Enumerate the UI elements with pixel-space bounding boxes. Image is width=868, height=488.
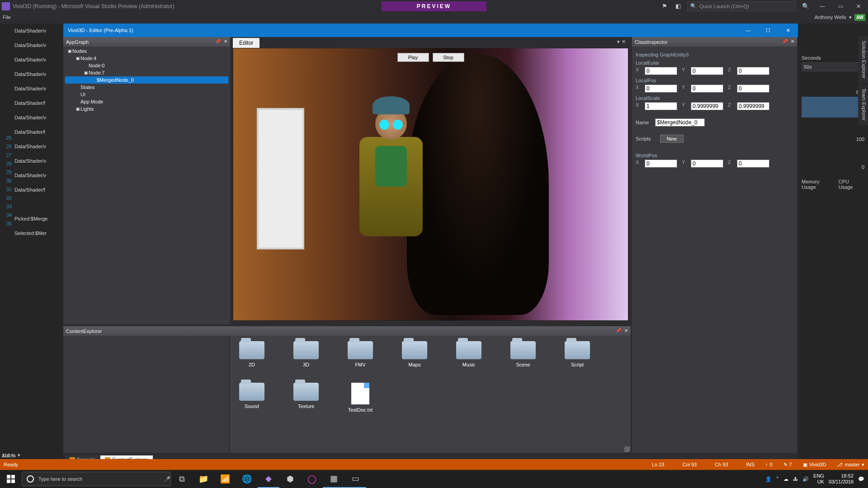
tree-node[interactable]: ▣Lights [65,105,228,113]
vs-close-button[interactable]: ✕ [852,3,865,9]
world-z-input[interactable] [737,160,769,168]
vivid-maximize-button[interactable]: ☐ [758,23,778,37]
scale-x-input[interactable] [645,102,677,110]
content-item[interactable]: Maps [398,341,431,367]
eular-x-input[interactable] [645,67,677,75]
stop-button[interactable]: Stop [433,53,464,62]
task-view-icon[interactable]: ⧉ [171,470,193,488]
tree-node[interactable]: UI [65,91,228,98]
taskbar-search-input[interactable]: Type here to search 🎤 [22,472,171,486]
volume-icon[interactable]: 🔊 [802,476,809,482]
appgraph-title-text: AppGraph [66,39,89,45]
clock[interactable]: 18:5203/11/2018 [829,473,854,485]
tree-node[interactable]: $MergedNode_0 [65,76,228,84]
content-item[interactable]: TestDoc.txt [344,383,377,413]
tree-node[interactable]: Node:0 [65,62,228,69]
tree-toggle-icon[interactable]: ▣ [75,105,80,113]
contentexplorer-close-icon[interactable]: ✕ [623,328,629,334]
inspector-pin-icon[interactable]: 📌 [782,39,788,45]
tree-toggle-icon[interactable]: ▣ [67,47,72,55]
language-indicator[interactable]: ENGUK [813,473,824,485]
eular-z-input[interactable] [737,67,769,75]
world-x-input[interactable] [645,160,677,168]
vs-maximize-button[interactable]: ▭ [834,3,847,9]
app-icon-2[interactable]: ▦ [323,470,344,488]
content-item[interactable]: 2D [236,341,268,367]
user-avatar-badge[interactable]: AW [854,14,865,21]
contentexplorer-grid[interactable]: 2D3DFMVMapsMusicSceneScriptSoundTextureT… [230,336,631,453]
side-tab[interactable]: Team Explorer [858,84,868,125]
scale-z-input[interactable] [737,102,769,110]
inspector-name-input[interactable] [655,118,705,127]
status-project[interactable]: ▣ Vivid3D [803,462,826,468]
scale-y-input[interactable] [691,102,723,110]
appgraph-pin-icon[interactable]: 📌 [215,39,221,45]
tray-chevron-icon[interactable]: ˄ [776,476,779,482]
content-item[interactable]: Texture [290,383,322,413]
app-icon-1[interactable]: ◯ [301,470,323,488]
menu-file[interactable]: File [3,14,11,20]
contentexplorer-title[interactable]: ContentExplorer 📌 ✕ [63,326,631,336]
contentexplorer-tree[interactable] [63,336,230,453]
diag-memory-tab[interactable]: Memory Usage [802,179,835,190]
vivid-close-button[interactable]: ✕ [778,23,798,37]
pos-y-input[interactable] [691,84,723,93]
notifications-tray-icon[interactable]: 💬 [858,476,864,482]
autos-panel-title[interactable]: Autos [2,453,61,458]
content-item[interactable]: FMV [344,341,377,367]
side-tab[interactable]: Solution Explorer [858,36,868,83]
vivid-minimize-button[interactable]: — [738,23,758,37]
network-icon[interactable]: 🖧 [793,476,798,482]
editor-tab[interactable]: Editor [233,38,259,48]
inspector-close-icon[interactable]: ✕ [789,39,796,45]
classinspector-title[interactable]: ClassInspector 📌 ✕ [632,37,797,47]
resize-grip-icon[interactable] [624,446,630,452]
tree-toggle-icon[interactable]: ▣ [75,55,80,62]
tree-node[interactable]: ▣Nodes [65,47,228,55]
status-changes[interactable]: ✎ 7 [783,462,792,468]
content-item[interactable]: Sound [236,383,268,413]
rss-icon[interactable]: 📶 [214,470,236,488]
appgraph-title[interactable]: AppGraph 📌 ✕ [63,37,230,47]
notifications-icon[interactable]: ⚑ [660,1,669,11]
appgraph-close-icon[interactable]: ✕ [222,39,229,45]
feedback-icon[interactable]: ◧ [674,1,683,11]
diag-cpu-tab[interactable]: CPU Usage [839,179,864,190]
chrome-icon[interactable]: 🌐 [236,470,258,488]
vs-user-name[interactable]: Anthony Wells [815,14,846,20]
pos-z-input[interactable] [737,84,769,93]
chevron-down-icon[interactable]: ▾ [849,14,852,20]
tree-toggle-icon[interactable]: ▣ [83,69,89,76]
content-item[interactable]: 3D [290,341,322,367]
status-branch[interactable]: ⎇ master ▾ [837,462,864,468]
content-item[interactable]: Script [561,341,594,367]
scripts-new-button[interactable]: New [660,135,684,143]
content-item[interactable]: Scene [507,341,539,367]
mic-icon[interactable]: 🎤 [164,476,170,482]
world-y-input[interactable] [691,160,723,168]
editor-pin-icon[interactable]: ▾ [617,39,620,45]
tree-node[interactable]: States [65,84,228,91]
tree-node[interactable]: ▣Node:4 [65,55,228,62]
play-button[interactable]: Play [397,53,429,62]
vivid3d-task-icon[interactable]: ▭ [344,470,366,488]
quick-launch-input[interactable]: 🔍 Quick Launch (Ctrl+Q) [687,1,796,11]
content-item[interactable]: Music [453,341,485,367]
scene-viewport[interactable]: Play Stop [233,48,628,321]
vivid3d-titlebar[interactable]: Vivid3D - Editor (Pre-Alpha 1) — ☐ ✕ [63,23,798,37]
search-button-icon[interactable]: 🔍 [800,1,811,11]
onedrive-icon[interactable]: ☁ [783,476,788,482]
visualstudio-icon[interactable]: ◆ [258,470,279,488]
pos-x-input[interactable] [645,84,677,93]
tree-node[interactable]: App Mode [65,98,228,105]
status-publish[interactable]: ↑ 0 [765,462,773,467]
contentexplorer-pin-icon[interactable]: 📌 [615,328,622,334]
tree-node[interactable]: ▣Node:7 [65,69,228,76]
steam-icon[interactable]: ⬢ [279,470,301,488]
editor-close-icon[interactable]: ✕ [622,39,626,45]
people-icon[interactable]: 👤 [765,476,772,482]
vs-minimize-button[interactable]: — [816,3,829,9]
explorer-icon[interactable]: 📁 [193,470,214,488]
start-button[interactable] [0,470,22,488]
eular-y-input[interactable] [691,67,723,75]
